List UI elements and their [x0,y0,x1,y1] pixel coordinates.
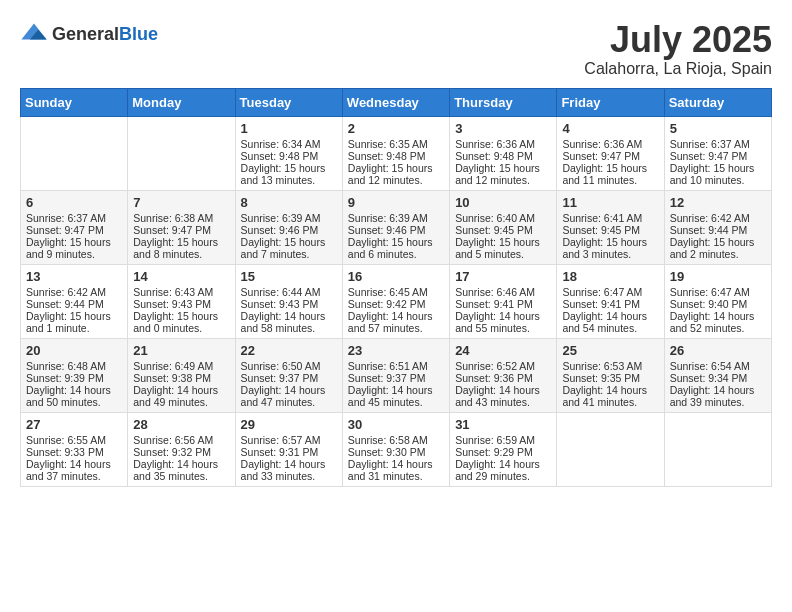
day-number: 14 [133,269,229,284]
daylight-text: Daylight: 15 hours and 2 minutes. [670,236,766,260]
daylight-text: Daylight: 14 hours and 39 minutes. [670,384,766,408]
sunset-text: Sunset: 9:38 PM [133,372,229,384]
sunset-text: Sunset: 9:40 PM [670,298,766,310]
sunset-text: Sunset: 9:47 PM [133,224,229,236]
day-number: 29 [241,417,337,432]
sunrise-text: Sunrise: 6:56 AM [133,434,229,446]
calendar-cell: 17Sunrise: 6:46 AMSunset: 9:41 PMDayligh… [450,264,557,338]
calendar-cell: 24Sunrise: 6:52 AMSunset: 9:36 PMDayligh… [450,338,557,412]
calendar-cell: 7Sunrise: 6:38 AMSunset: 9:47 PMDaylight… [128,190,235,264]
daylight-text: Daylight: 14 hours and 54 minutes. [562,310,658,334]
calendar-cell: 29Sunrise: 6:57 AMSunset: 9:31 PMDayligh… [235,412,342,486]
sunset-text: Sunset: 9:48 PM [241,150,337,162]
calendar-cell: 15Sunrise: 6:44 AMSunset: 9:43 PMDayligh… [235,264,342,338]
daylight-text: Daylight: 14 hours and 41 minutes. [562,384,658,408]
weekday-header-saturday: Saturday [664,88,771,116]
calendar-cell: 30Sunrise: 6:58 AMSunset: 9:30 PMDayligh… [342,412,449,486]
logo-blue: Blue [119,24,158,44]
weekday-header-thursday: Thursday [450,88,557,116]
day-number: 25 [562,343,658,358]
sunrise-text: Sunrise: 6:47 AM [670,286,766,298]
sunrise-text: Sunrise: 6:43 AM [133,286,229,298]
sunset-text: Sunset: 9:44 PM [26,298,122,310]
calendar-cell: 25Sunrise: 6:53 AMSunset: 9:35 PMDayligh… [557,338,664,412]
daylight-text: Daylight: 14 hours and 47 minutes. [241,384,337,408]
daylight-text: Daylight: 14 hours and 31 minutes. [348,458,444,482]
sunrise-text: Sunrise: 6:45 AM [348,286,444,298]
sunrise-text: Sunrise: 6:53 AM [562,360,658,372]
daylight-text: Daylight: 15 hours and 10 minutes. [670,162,766,186]
daylight-text: Daylight: 14 hours and 29 minutes. [455,458,551,482]
day-number: 31 [455,417,551,432]
sunset-text: Sunset: 9:37 PM [348,372,444,384]
calendar-cell: 18Sunrise: 6:47 AMSunset: 9:41 PMDayligh… [557,264,664,338]
day-number: 9 [348,195,444,210]
day-number: 27 [26,417,122,432]
daylight-text: Daylight: 15 hours and 7 minutes. [241,236,337,260]
sunset-text: Sunset: 9:48 PM [455,150,551,162]
daylight-text: Daylight: 15 hours and 12 minutes. [455,162,551,186]
weekday-header-row: SundayMondayTuesdayWednesdayThursdayFrid… [21,88,772,116]
day-number: 30 [348,417,444,432]
day-number: 28 [133,417,229,432]
sunset-text: Sunset: 9:43 PM [241,298,337,310]
day-number: 20 [26,343,122,358]
sunset-text: Sunset: 9:31 PM [241,446,337,458]
sunrise-text: Sunrise: 6:54 AM [670,360,766,372]
page-header: GeneralBlue July 2025 Calahorra, La Rioj… [20,20,772,78]
sunset-text: Sunset: 9:47 PM [562,150,658,162]
sunset-text: Sunset: 9:35 PM [562,372,658,384]
calendar-cell: 4Sunrise: 6:36 AMSunset: 9:47 PMDaylight… [557,116,664,190]
sunrise-text: Sunrise: 6:34 AM [241,138,337,150]
calendar-table: SundayMondayTuesdayWednesdayThursdayFrid… [20,88,772,487]
calendar-cell: 6Sunrise: 6:37 AMSunset: 9:47 PMDaylight… [21,190,128,264]
sunrise-text: Sunrise: 6:46 AM [455,286,551,298]
sunset-text: Sunset: 9:36 PM [455,372,551,384]
sunrise-text: Sunrise: 6:44 AM [241,286,337,298]
daylight-text: Daylight: 15 hours and 6 minutes. [348,236,444,260]
calendar-cell: 8Sunrise: 6:39 AMSunset: 9:46 PMDaylight… [235,190,342,264]
daylight-text: Daylight: 14 hours and 49 minutes. [133,384,229,408]
sunset-text: Sunset: 9:42 PM [348,298,444,310]
title-block: July 2025 Calahorra, La Rioja, Spain [584,20,772,78]
sunset-text: Sunset: 9:47 PM [670,150,766,162]
sunset-text: Sunset: 9:29 PM [455,446,551,458]
daylight-text: Daylight: 14 hours and 52 minutes. [670,310,766,334]
day-number: 21 [133,343,229,358]
calendar-week-row: 1Sunrise: 6:34 AMSunset: 9:48 PMDaylight… [21,116,772,190]
daylight-text: Daylight: 14 hours and 33 minutes. [241,458,337,482]
day-number: 24 [455,343,551,358]
daylight-text: Daylight: 14 hours and 55 minutes. [455,310,551,334]
sunset-text: Sunset: 9:33 PM [26,446,122,458]
day-number: 1 [241,121,337,136]
calendar-cell: 22Sunrise: 6:50 AMSunset: 9:37 PMDayligh… [235,338,342,412]
day-number: 12 [670,195,766,210]
day-number: 5 [670,121,766,136]
daylight-text: Daylight: 14 hours and 43 minutes. [455,384,551,408]
calendar-cell: 12Sunrise: 6:42 AMSunset: 9:44 PMDayligh… [664,190,771,264]
calendar-cell: 21Sunrise: 6:49 AMSunset: 9:38 PMDayligh… [128,338,235,412]
calendar-cell: 14Sunrise: 6:43 AMSunset: 9:43 PMDayligh… [128,264,235,338]
sunrise-text: Sunrise: 6:42 AM [670,212,766,224]
sunrise-text: Sunrise: 6:59 AM [455,434,551,446]
sunrise-text: Sunrise: 6:47 AM [562,286,658,298]
sunset-text: Sunset: 9:32 PM [133,446,229,458]
sunrise-text: Sunrise: 6:35 AM [348,138,444,150]
sunset-text: Sunset: 9:48 PM [348,150,444,162]
day-number: 17 [455,269,551,284]
day-number: 2 [348,121,444,136]
daylight-text: Daylight: 15 hours and 9 minutes. [26,236,122,260]
sunrise-text: Sunrise: 6:39 AM [348,212,444,224]
daylight-text: Daylight: 14 hours and 58 minutes. [241,310,337,334]
calendar-cell [128,116,235,190]
day-number: 19 [670,269,766,284]
sunrise-text: Sunrise: 6:38 AM [133,212,229,224]
daylight-text: Daylight: 14 hours and 50 minutes. [26,384,122,408]
location-title: Calahorra, La Rioja, Spain [584,60,772,78]
calendar-cell: 10Sunrise: 6:40 AMSunset: 9:45 PMDayligh… [450,190,557,264]
sunrise-text: Sunrise: 6:51 AM [348,360,444,372]
sunrise-text: Sunrise: 6:48 AM [26,360,122,372]
calendar-cell: 13Sunrise: 6:42 AMSunset: 9:44 PMDayligh… [21,264,128,338]
month-title: July 2025 [584,20,772,60]
calendar-cell [21,116,128,190]
